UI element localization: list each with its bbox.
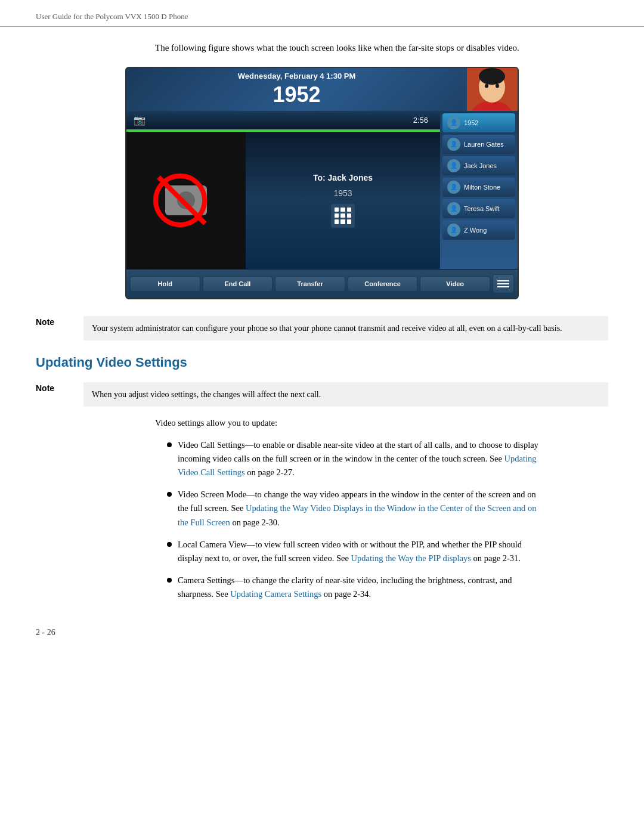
- phone-btn-conference[interactable]: Conference: [348, 276, 418, 292]
- keypad-dot-8: [340, 219, 345, 224]
- bullet-item-3: Camera Settings—to change the clarity of…: [167, 574, 608, 601]
- phone-top-info: Wednesday, February 4 1:30 PM 1952: [126, 68, 467, 111]
- keypad-dot-1: [335, 208, 339, 212]
- svg-point-3: [479, 68, 505, 85]
- bullet-link-2[interactable]: Updating the Way the PIP displays: [351, 553, 471, 563]
- contact-icon-0: 👤: [447, 116, 460, 129]
- camera-icon: 📷: [134, 114, 145, 126]
- contact-icon-1: 👤: [447, 138, 460, 151]
- contact-icon-3: 👤: [447, 181, 460, 194]
- contact-item-5: 👤Z Wong: [442, 221, 515, 240]
- body-text: Video settings allow you to update:: [155, 416, 608, 430]
- contact-name-3: Milton Stone: [464, 184, 500, 191]
- phone-screenshot: Wednesday, February 4 1:30 PM 1952: [125, 67, 519, 299]
- keypad-dot-6: [347, 213, 351, 218]
- contact-icon-5: 👤: [447, 224, 460, 237]
- keypad-dot-3: [347, 208, 351, 212]
- contact-icon-2: 👤: [447, 159, 460, 172]
- keypad-dot-9: [347, 219, 351, 224]
- note2-content: When you adjust video settings, the chan…: [83, 382, 608, 407]
- bullet-dot-0: [167, 442, 172, 447]
- note1-box: Note Your system administrator can confi…: [36, 316, 608, 340]
- keypad-dot-4: [335, 213, 339, 218]
- phone-sidebar: 👤1952👤Lauren Gates👤Jack Jones👤Milton Sto…: [440, 111, 518, 269]
- call-details-panel: To: Jack Jones 1953: [246, 132, 440, 269]
- keypad-dot-7: [335, 219, 339, 224]
- bullet-dot-3: [167, 578, 172, 583]
- phone-btn-end-call[interactable]: End Call: [203, 276, 273, 292]
- video-area: To: Jack Jones 1953: [126, 132, 440, 269]
- bullet-item-1: Video Screen Mode—to change the way vide…: [167, 488, 608, 529]
- phone-menu-button[interactable]: [493, 274, 514, 293]
- contact-item-0: 👤1952: [442, 113, 515, 132]
- intro-paragraph: The following figure shows what the touc…: [155, 41, 561, 55]
- phone-btn-video[interactable]: Video: [420, 276, 490, 292]
- bullet-text-1: Video Screen Mode—to change the way vide…: [178, 488, 547, 529]
- svg-point-5: [496, 83, 499, 88]
- bullet-dot-1: [167, 492, 172, 497]
- bullet-link-3[interactable]: Updating Camera Settings: [230, 589, 321, 599]
- note2-box: Note When you adjust video settings, the…: [36, 382, 608, 407]
- contact-name-2: Jack Jones: [464, 162, 497, 169]
- page-header: User Guide for the Polycom VVX 1500 D Ph…: [0, 0, 644, 27]
- call-info-bar: 📷 2:56: [126, 111, 440, 129]
- contact-item-4: 👤Teresa Swift: [442, 199, 515, 218]
- page-footer: 2 - 26: [0, 610, 644, 649]
- bullet-list: Video Call Settings—to enable or disable…: [167, 438, 608, 602]
- note2-label: Note: [36, 382, 72, 393]
- page-number: 2 - 26: [36, 628, 55, 637]
- svg-point-4: [485, 83, 488, 88]
- call-to: To: Jack Jones: [313, 173, 373, 182]
- no-video-panel: [126, 132, 246, 269]
- bullet-text-2: Local Camera View—to view full screen vi…: [178, 538, 547, 565]
- phone-avatar: [467, 68, 518, 111]
- contact-name-5: Z Wong: [464, 227, 487, 234]
- contact-name-4: Teresa Swift: [464, 205, 500, 212]
- contact-item-1: 👤Lauren Gates: [442, 135, 515, 154]
- contact-name-1: Lauren Gates: [464, 141, 504, 148]
- keypad-dot-2: [340, 208, 345, 212]
- avatar-svg: [467, 68, 518, 111]
- no-sign: [153, 174, 207, 227]
- phone-main: 📷 2:56: [126, 111, 440, 269]
- contact-name-0: 1952: [464, 119, 478, 126]
- phone-btn-hold[interactable]: Hold: [130, 276, 200, 292]
- header-text: User Guide for the Polycom VVX 1500 D Ph…: [36, 12, 188, 21]
- phone-btn-transfer[interactable]: Transfer: [275, 276, 345, 292]
- call-timer: 2:56: [413, 116, 428, 125]
- keypad-icon: [331, 204, 355, 228]
- no-video-icon: [153, 174, 219, 227]
- bullet-item-0: Video Call Settings—to enable or disable…: [167, 438, 608, 480]
- phone-body: 📷 2:56: [126, 111, 518, 269]
- phone-datetime: Wednesday, February 4 1:30 PM: [238, 72, 355, 82]
- phone-number: 1952: [273, 82, 320, 107]
- bullet-text-0: Video Call Settings—to enable or disable…: [178, 438, 547, 480]
- note1-content: Your system administrator can configure …: [83, 316, 608, 340]
- bullet-text-3: Camera Settings—to change the clarity of…: [178, 574, 547, 601]
- bullet-item-2: Local Camera View—to view full screen vi…: [167, 538, 608, 565]
- main-content: The following figure shows what the touc…: [0, 41, 644, 602]
- phone-buttons: HoldEnd CallTransferConferenceVideo: [126, 269, 518, 298]
- call-number: 1953: [333, 188, 352, 198]
- contact-item-2: 👤Jack Jones: [442, 156, 515, 175]
- section-heading: Updating Video Settings: [36, 355, 608, 373]
- phone-topbar: Wednesday, February 4 1:30 PM 1952: [126, 68, 518, 111]
- keypad-dot-5: [340, 213, 345, 218]
- contact-item-3: 👤Milton Stone: [442, 178, 515, 197]
- contact-icon-4: 👤: [447, 202, 460, 215]
- note1-label: Note: [36, 316, 72, 327]
- bullet-dot-2: [167, 542, 172, 547]
